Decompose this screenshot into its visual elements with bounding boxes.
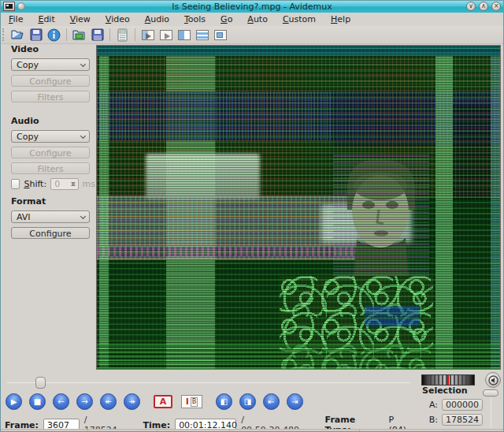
audio-codec-value: Copy (17, 132, 39, 142)
shift-unit-label: ms (83, 179, 95, 189)
chevron-down-icon (80, 61, 86, 67)
next-frame-button[interactable]: → (76, 393, 93, 410)
app-icon (3, 2, 15, 11)
audio-section-label: Audio (11, 116, 95, 126)
audio-mute-button[interactable] (485, 372, 501, 388)
load-project-icon[interactable] (70, 27, 88, 43)
previous-frame-button[interactable]: ← (53, 393, 69, 410)
previous-keyframe-button[interactable]: ↞ (100, 393, 117, 410)
first-frame-button[interactable]: ⇤ (263, 393, 280, 410)
play-button[interactable]: ▶ (6, 393, 22, 410)
seek-slider-handle[interactable] (35, 377, 46, 389)
video-section-label: Video (11, 44, 95, 54)
shift-label: Shift: (24, 179, 46, 189)
toolbar-grip[interactable] (2, 28, 6, 41)
audio-codec-select[interactable]: Copy (11, 130, 90, 143)
menu-bar: File Edit View Video Audio Tools Go Auto… (2, 13, 503, 26)
menu-tools[interactable]: Tools (184, 14, 206, 24)
view-input-icon[interactable] (139, 27, 157, 43)
previous-black-frame-button[interactable]: ◧ (216, 393, 232, 410)
format-select[interactable]: AVI (11, 210, 90, 223)
volume-slider-handle[interactable] (483, 389, 498, 397)
close-icon[interactable]: × (491, 2, 501, 11)
selection-a-label: A: (429, 400, 438, 410)
shift-checkbox[interactable] (11, 179, 20, 189)
save-video-icon[interactable] (27, 27, 45, 43)
seek-slider-track[interactable] (7, 382, 410, 383)
volume-slider-track[interactable] (491, 398, 491, 428)
save-project-icon[interactable] (88, 27, 106, 43)
maximize-icon[interactable]: ∧ (479, 2, 488, 11)
chevron-down-icon (80, 214, 86, 219)
next-keyframe-button[interactable]: ↠ (124, 393, 140, 410)
view-output-icon[interactable] (157, 27, 175, 43)
video-codec-select[interactable]: Copy (11, 58, 90, 71)
menu-auto[interactable]: Auto (247, 14, 268, 24)
set-marker-b-button[interactable]: I B (181, 395, 202, 408)
menu-video[interactable]: Video (106, 14, 130, 24)
jog-center-marker (447, 375, 449, 385)
chevron-down-icon (80, 133, 86, 139)
open-video-icon[interactable] (9, 27, 27, 43)
selection-a-value: 000000 (442, 399, 483, 411)
menu-edit[interactable]: Edit (38, 14, 54, 24)
menu-view[interactable]: View (70, 14, 91, 24)
video-filters-button[interactable]: Filters (11, 91, 90, 102)
shift-value: 0 (54, 179, 60, 189)
last-frame-button[interactable]: ⇥ (287, 393, 303, 410)
format-configure-button[interactable]: Configure (11, 227, 90, 239)
selection-title: Selection (422, 385, 483, 396)
minimize-icon[interactable]: ∨ (466, 2, 476, 11)
toolbar (1, 26, 504, 44)
bottom-panel: ▶ ■ ← → ↞ ↠ A I B ◧ ◨ ⇤ ⇥ Selection A: 0… (1, 370, 504, 432)
glitch-scanlines (97, 46, 500, 369)
status-bar (1, 429, 504, 432)
menu-custom[interactable]: Custom (283, 14, 316, 24)
shift-spinbox[interactable]: 0 (50, 178, 78, 190)
format-section-label: Format (11, 196, 95, 207)
view-stacked-icon[interactable] (193, 27, 211, 43)
menu-go[interactable]: Go (220, 14, 232, 24)
selection-b-label: B: (429, 415, 438, 425)
video-preview (96, 45, 501, 370)
calculator-icon[interactable] (113, 27, 132, 43)
audio-filters-button[interactable]: Filters (11, 162, 90, 174)
marker-i-glyph: I (186, 397, 189, 406)
view-side-by-side-icon[interactable] (175, 27, 193, 43)
set-marker-a-button[interactable]: A (154, 395, 172, 408)
avidemux-window: Is Seeing Believing?.mpg - Avidemux ∨ ∧ … (0, 0, 504, 432)
menu-audio[interactable]: Audio (145, 14, 169, 24)
view-single-icon[interactable] (211, 27, 229, 43)
video-configure-button[interactable]: Configure (11, 75, 90, 87)
spin-down-icon[interactable] (71, 182, 76, 188)
stop-button[interactable]: ■ (29, 393, 46, 410)
selection-panel: Selection A: 000000 B: 178524 (417, 385, 483, 426)
title-bar[interactable]: Is Seeing Believing?.mpg - Avidemux ∨ ∧ … (1, 1, 503, 13)
sidebar: Video Copy Configure Filters Audio Copy … (1, 44, 95, 369)
marker-b-glyph: B (191, 397, 198, 407)
transport-controls: ▶ ■ ← → ↞ ↠ A I B ◧ ◨ ⇤ ⇥ (6, 393, 303, 410)
selection-b-value: 178524 (442, 414, 483, 426)
menu-file[interactable]: File (9, 14, 23, 24)
audio-configure-button[interactable]: Configure (11, 147, 90, 158)
format-value: AVI (17, 212, 31, 222)
video-codec-value: Copy (17, 60, 39, 70)
information-icon[interactable] (45, 27, 63, 43)
next-black-frame-button[interactable]: ◨ (239, 393, 256, 410)
window-title: Is Seeing Believing?.mpg - Avidemux (1, 2, 503, 12)
window-pin-button[interactable] (17, 2, 25, 10)
jog-shuttle-wheel[interactable] (421, 374, 475, 385)
menu-help[interactable]: Help (331, 14, 350, 24)
